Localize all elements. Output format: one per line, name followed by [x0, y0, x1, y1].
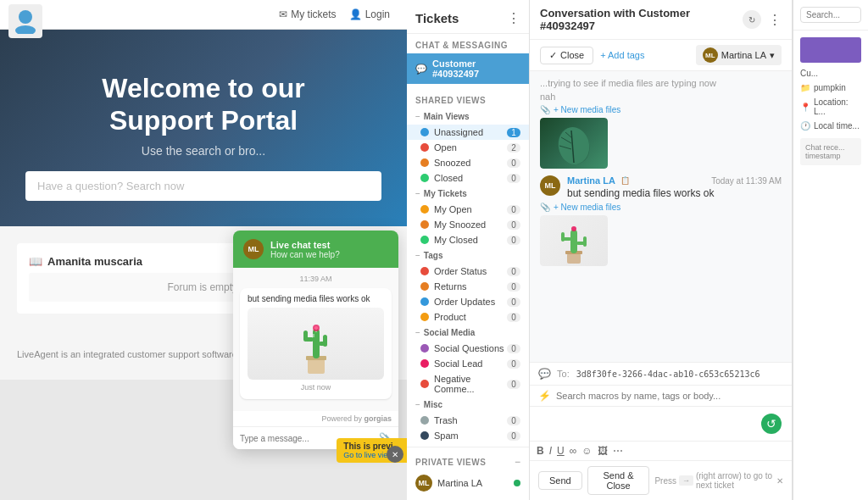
underline-icon[interactable]: U: [557, 445, 565, 457]
negcomment-count: 0: [507, 380, 520, 389]
negcomment-label: Negative Comme...: [434, 374, 507, 394]
to-value: 3d8f30fe-3266-4dac-ab10-c653c65213c6: [576, 369, 760, 379]
sidebar-item-unassigned[interactable]: Unassigned 1: [407, 125, 529, 140]
sidebar-item-sociallead[interactable]: Social Lead 0: [407, 356, 529, 371]
location-icon: 📍: [800, 103, 810, 112]
open-label: Open: [434, 142, 457, 153]
my-tickets-group[interactable]: − My Tickets: [407, 186, 529, 202]
link-icon[interactable]: ∞: [570, 445, 577, 457]
chat-widget-header: ML Live chat test How can we help?: [233, 231, 398, 268]
msg-meta: Martina LA 📋 Today at 11:39 AM: [567, 175, 782, 186]
sidebar-item-myopen[interactable]: My Open 0: [407, 202, 529, 217]
login-link[interactable]: 👤 Login: [349, 8, 390, 20]
sidebar-item-trash[interactable]: Trash 0: [407, 413, 529, 428]
right-info-localtime: 🕐 Local time...: [793, 119, 868, 133]
sidebar-item-snoozed[interactable]: Snoozed 0: [407, 155, 529, 170]
tags-group[interactable]: − Tags: [407, 247, 529, 264]
active-customer-text: Customer #40932497: [432, 58, 520, 79]
more-icon[interactable]: ⋯: [613, 445, 623, 457]
sidebar-item-orderstatus[interactable]: Order Status 0: [407, 264, 529, 279]
send-circle-button[interactable]: ↺: [761, 414, 782, 434]
sidebar-item-myclosed[interactable]: My Closed 0: [407, 232, 529, 247]
open-count: 2: [507, 143, 520, 153]
myclosed-count: 0: [507, 236, 520, 245]
chat-recent-block: Chat rece... timestamp: [800, 138, 861, 165]
msg-text: but sending media files works ok: [567, 187, 782, 199]
orderstatus-count: 0: [507, 267, 520, 276]
add-tags-button[interactable]: + Add tags: [600, 50, 644, 60]
image-icon[interactable]: 🖼: [598, 445, 608, 457]
msg-sender: Martina LA: [567, 175, 615, 186]
svg-rect-25: [583, 236, 587, 247]
socialq-label: Social Questions: [434, 343, 504, 353]
emoji-icon[interactable]: ☺: [581, 445, 592, 457]
active-customer-item[interactable]: 💬 Customer #40932497: [407, 53, 529, 84]
mysnoozed-count: 0: [507, 220, 520, 230]
portal-search-bar[interactable]: Have a question? Search now: [25, 171, 381, 201]
sociallead-count: 0: [507, 359, 520, 369]
msg-content: Martina LA 📋 Today at 11:39 AM but sendi…: [567, 175, 782, 199]
chat-avatar: ML: [243, 239, 264, 259]
close-hint-icon[interactable]: ✕: [776, 476, 783, 486]
sidebar-item-socialq[interactable]: Social Questions 0: [407, 341, 529, 356]
socialq-dot: [420, 344, 429, 353]
macro-search-input[interactable]: [556, 391, 783, 401]
svg-rect-6: [303, 331, 308, 342]
chat-messaging-label: CHAT & MESSAGING: [407, 34, 529, 53]
sidebar-item-closed[interactable]: Closed 0: [407, 170, 529, 186]
cactus-image: [540, 215, 608, 266]
sidebar-item-returns[interactable]: Returns 0: [407, 279, 529, 294]
agent-selector[interactable]: ML Martina LA ▾: [696, 45, 782, 65]
conv-toolbar: ✓ Close + Add tags ML Martina LA ▾: [530, 40, 792, 71]
svg-rect-2: [308, 358, 325, 374]
italic-icon[interactable]: I: [549, 445, 552, 457]
socialq-count: 0: [507, 344, 520, 353]
right-info-location: 📍 Location: L...: [793, 95, 868, 119]
trash-dot: [420, 416, 429, 425]
sidebar-item-mysnoozed[interactable]: My Snoozed 0: [407, 217, 529, 232]
agent-item-martinala[interactable]: ML Martina LA: [407, 471, 529, 495]
cactus-image-thumb: [248, 308, 384, 380]
conv-menu-icon[interactable]: ⋮: [768, 12, 782, 28]
sidebar-item-open[interactable]: Open 2: [407, 140, 529, 155]
preview-close-button[interactable]: ✕: [387, 446, 403, 463]
sidebar-item-product[interactable]: Product 0: [407, 309, 529, 325]
myclosed-label: My Closed: [434, 235, 478, 245]
right-search-input[interactable]: [800, 7, 861, 23]
compose-send-bar: Send Send & Close Press → (right arrow) …: [530, 460, 792, 500]
bold-icon[interactable]: B: [537, 445, 544, 457]
social-media-group[interactable]: − Social Media: [407, 325, 529, 341]
private-views-label: PRIVATE VIEWS: [415, 458, 486, 467]
sidebar-item-negcomment[interactable]: Negative Comme... 0: [407, 371, 529, 397]
myopen-label: My Open: [434, 204, 472, 214]
svg-rect-23: [561, 232, 565, 242]
sidebar-menu-icon[interactable]: ⋮: [507, 10, 520, 26]
agent-selector-avatar: ML: [703, 47, 718, 63]
conv-fade-text: ...trying to see if media files are typi…: [540, 78, 782, 88]
close-ticket-button[interactable]: ✓ Close: [540, 47, 593, 64]
sociallead-label: Social Lead: [434, 358, 483, 369]
trash-count: 0: [507, 416, 520, 425]
right-color-block: [800, 37, 861, 63]
leaf-image: [540, 118, 608, 169]
my-tickets-link[interactable]: ✉ My tickets: [279, 8, 336, 20]
refresh-button[interactable]: ↻: [743, 10, 761, 29]
private-views-minus[interactable]: −: [515, 456, 520, 468]
returns-label: Returns: [434, 281, 467, 292]
closed-dot: [420, 174, 429, 182]
main-views-group[interactable]: − Main Views: [407, 108, 529, 125]
send-close-button[interactable]: Send & Close: [587, 466, 650, 495]
support-portal: ✉ My tickets 👤 Login Welcome to our Supp…: [0, 0, 407, 500]
conv-header-icons: ↻ ⋮: [743, 10, 782, 29]
misc-group[interactable]: − Misc: [407, 397, 529, 413]
sociallead-dot: [420, 359, 429, 368]
sidebar-item-orderupdates[interactable]: Order Updates 0: [407, 294, 529, 309]
conv-nah-text: nah: [540, 92, 782, 102]
chat-widget-title: Live chat test: [270, 240, 340, 250]
book-icon: 📖: [29, 255, 42, 268]
hero-subtitle: Use the search or bro...: [25, 144, 381, 158]
sidebar-item-spam[interactable]: Spam 0: [407, 428, 529, 443]
snoozed-count: 0: [507, 158, 520, 168]
user-icon: 👤: [349, 8, 362, 20]
send-button[interactable]: Send: [538, 471, 582, 490]
